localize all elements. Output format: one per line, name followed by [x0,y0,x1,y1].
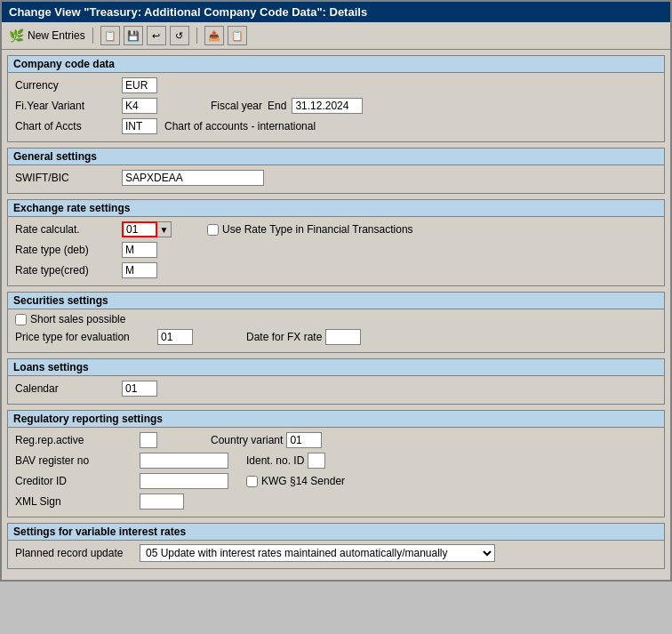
price-type-label: Price type for evaluation [15,331,157,343]
regulatory-section: Regulatory reporting settings Reg.rep.ac… [7,410,665,518]
reg-rep-row: Reg.rep.active Country variant [15,431,657,449]
fi-year-row: Fi.Year Variant Fiscal year End [15,97,657,115]
fiscal-year-group: Fiscal year End [211,98,363,114]
rate-type-deb-row: Rate type (deb) [15,241,657,259]
loans-header: Loans settings [8,359,664,376]
rate-type-cred-label: Rate type(cred) [15,264,122,277]
bav-register-input[interactable] [140,453,228,469]
toolbar-btn-3[interactable]: ↩ [147,26,166,45]
calendar-input[interactable] [122,381,157,397]
rate-calculat-row: Rate calculat. ▼ Use Rate Type in Financ… [15,221,657,238]
securities-body: Short sales possible Price type for eval… [8,309,664,352]
reg-rep-label: Reg.rep.active [15,434,140,446]
ident-no-input[interactable] [308,453,325,469]
use-rate-type-checkbox[interactable] [207,224,219,236]
fiscal-year-label: Fiscal year [211,100,262,112]
date-for-fx-label: Date for FX rate [246,331,322,343]
variable-interest-body: Planned record update 05 Update with int… [8,541,664,568]
swift-bic-label: SWIFT/BIC [15,172,122,184]
regulatory-body: Reg.rep.active Country variant BAV regis… [8,428,664,517]
creditor-id-label: Creditor ID [15,475,140,487]
kwg-sender-label: KWG §14 Sender [261,475,345,487]
variable-interest-section: Settings for variable interest rates Pla… [7,523,665,569]
currency-input[interactable] [122,77,157,93]
xml-sign-input[interactable] [140,494,184,510]
content-area: Company code data Currency Fi.Year Varia… [2,50,670,580]
toolbar-btn-1[interactable]: 📋 [100,26,120,45]
reg-rep-input[interactable] [140,432,157,448]
price-type-input[interactable] [157,329,193,345]
currency-label: Currency [15,79,122,92]
planned-record-label: Planned record update [15,547,140,559]
swift-bic-input[interactable] [122,170,264,186]
bav-register-label: BAV register no [15,454,140,467]
chart-accts-row: Chart of Accts Chart of accounts - inter… [15,117,657,135]
securities-section: Securities settings Short sales possible… [7,292,665,353]
new-entries-button[interactable]: New Entries [28,29,85,42]
rate-type-cred-input[interactable] [122,262,157,278]
rate-type-deb-label: Rate type (deb) [15,244,122,256]
fiscal-year-end-label: End [268,100,286,112]
chart-accts-input[interactable] [122,118,157,134]
securities-header: Securities settings [8,293,664,309]
window-title: Change View "Treasury: Additional Compan… [9,5,367,19]
exchange-rate-header: Exchange rate settings [8,200,664,217]
swift-bic-row: SWIFT/BIC [15,169,657,187]
country-variant-input[interactable] [286,432,322,448]
short-sales-row: Short sales possible [15,313,657,325]
fiscal-year-end-input[interactable] [292,98,363,114]
planned-record-row: Planned record update 05 Update with int… [15,544,657,562]
toolbar-btn-2[interactable]: 💾 [124,26,143,45]
rate-type-cred-row: Rate type(cred) [15,261,657,279]
toolbar-btn-5[interactable]: 📤 [204,26,224,45]
fi-year-input[interactable] [122,98,157,114]
company-code-body: Currency Fi.Year Variant Fiscal year End… [8,73,664,141]
regulatory-header: Regulatory reporting settings [8,411,664,428]
general-settings-body: SWIFT/BIC [8,165,664,193]
toolbar-btn-6[interactable]: 📋 [228,26,247,45]
planned-record-select[interactable]: 05 Update with interest rates maintained… [140,544,495,562]
ident-no-label: Ident. no. ID [246,454,304,467]
rate-type-deb-input[interactable] [122,242,157,258]
toolbar-separator-2 [196,28,197,44]
bav-register-row: BAV register no Ident. no. ID [15,452,657,469]
toolbar-icon-leaf: 🌿 [9,28,24,43]
toolbar-separator-1 [92,28,93,44]
general-settings-section: General settings SWIFT/BIC [7,148,665,194]
company-code-header: Company code data [8,56,664,73]
country-variant-label: Country variant [211,434,283,446]
rate-calculat-input[interactable] [122,221,157,237]
calendar-row: Calendar [15,380,657,397]
exchange-rate-section: Exchange rate settings Rate calculat. ▼ … [7,199,665,286]
chart-accts-desc: Chart of accounts - international [164,120,316,132]
rate-calculat-btn[interactable]: ▼ [157,221,172,237]
rate-calculat-label: Rate calculat. [15,223,122,236]
toolbar-btn-4[interactable]: ↺ [170,26,189,45]
loans-section: Loans settings Calendar [7,358,665,405]
short-sales-checkbox[interactable] [15,314,27,325]
date-for-fx-input[interactable] [325,329,361,345]
fi-year-label: Fi.Year Variant [15,100,122,112]
xml-sign-label: XML Sign [15,495,140,508]
creditor-id-row: Creditor ID KWG §14 Sender [15,472,657,490]
company-code-section: Company code data Currency Fi.Year Varia… [7,55,665,142]
chart-accts-label: Chart of Accts [15,120,122,132]
toolbar: 🌿 New Entries 📋 💾 ↩ ↺ 📤 📋 [2,22,670,50]
creditor-id-input[interactable] [140,473,228,489]
general-settings-header: General settings [8,148,664,165]
use-rate-type-label: Use Rate Type in Financial Transactions [222,223,413,236]
currency-row: Currency [15,76,657,94]
loans-body: Calendar [8,376,664,404]
price-type-row: Price type for evaluation Date for FX ra… [15,328,657,346]
calendar-label: Calendar [15,382,122,395]
title-bar: Change View "Treasury: Additional Compan… [2,2,670,22]
kwg-sender-checkbox[interactable] [246,476,258,487]
xml-sign-row: XML Sign [15,493,657,510]
short-sales-label: Short sales possible [30,313,125,325]
main-window: Change View "Treasury: Additional Compan… [0,0,672,582]
variable-interest-header: Settings for variable interest rates [8,524,664,541]
exchange-rate-body: Rate calculat. ▼ Use Rate Type in Financ… [8,217,664,285]
